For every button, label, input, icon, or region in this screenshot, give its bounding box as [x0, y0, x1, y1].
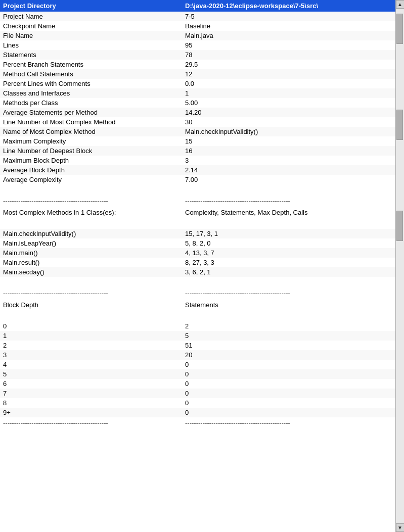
depth-statements: 0 — [182, 360, 395, 369]
table-row: Average Complexity 7.00 — [0, 175, 395, 184]
method-name: Main.main() — [0, 248, 182, 258]
row-label: Percent Lines with Comments — [0, 79, 182, 88]
empty-row — [0, 184, 395, 195]
scrollbar-right[interactable]: ▲ ▼ — [395, 0, 404, 532]
row-label: Maximum Complexity — [0, 136, 182, 146]
method-value: 5, 8, 2, 0 — [182, 238, 395, 248]
depth-label: 0 — [0, 321, 182, 331]
method-name: Main.result() — [0, 258, 182, 267]
row-label: Statements — [0, 50, 182, 60]
table-row: Methods per Class 5.00 — [0, 98, 395, 108]
row-value: 0.0 — [182, 79, 395, 88]
row-value: 1 — [182, 88, 395, 98]
section1-value: Complexity, Statements, Max Depth, Calls — [182, 207, 395, 218]
separator-value-1: ----------------------------------------… — [182, 195, 395, 207]
section2-value: Statements — [182, 299, 395, 311]
method-value: 8, 27, 3, 3 — [182, 258, 395, 267]
row-label: Maximum Block Depth — [0, 156, 182, 165]
table-row: Method Call Statements 12 — [0, 69, 395, 79]
depth-statements: 51 — [182, 341, 395, 350]
scroll-track[interactable] — [396, 9, 404, 523]
table-row: Line Number of Most Complex Method 30 — [0, 117, 395, 127]
depth-statements: 2 — [182, 321, 395, 331]
row-value: 29.5 — [182, 60, 395, 69]
method-name: Main.secday() — [0, 267, 182, 277]
content-area: Project Directory D:\java-2020-12\eclips… — [0, 0, 395, 532]
depth-label: 6 — [0, 379, 182, 389]
row-label: Line Number of Deepest Block — [0, 146, 182, 156]
table-row: Average Statements per Method 14.20 — [0, 108, 395, 117]
row-label: Average Complexity — [0, 175, 182, 184]
method-value: 3, 6, 2, 1 — [182, 267, 395, 277]
depth-statements: 20 — [182, 350, 395, 360]
row-label: Average Block Depth — [0, 165, 182, 175]
row-value: 7.00 — [182, 175, 395, 184]
method-row: Main.secday() 3, 6, 2, 1 — [0, 267, 395, 277]
table-row: Maximum Complexity 15 — [0, 136, 395, 146]
depth-statements: 0 — [182, 379, 395, 389]
section1-label: Most Complex Methods in 1 Class(es): — [0, 207, 182, 218]
table-row: Percent Lines with Comments 0.0 — [0, 79, 395, 88]
separator-row-2: ----------------------------------------… — [0, 287, 395, 299]
table-row: Statements 78 — [0, 50, 395, 60]
row-value: 14.20 — [182, 108, 395, 117]
depth-label: 1 — [0, 331, 182, 341]
header-row: Project Directory D:\java-2020-12\eclips… — [0, 0, 395, 12]
depth-row: 0 2 — [0, 321, 395, 331]
table-row: Line Number of Deepest Block 16 — [0, 146, 395, 156]
row-value: 16 — [182, 146, 395, 156]
header-value: D:\java-2020-12\eclipse-workspace\7-5\sr… — [182, 0, 395, 12]
table-row: Lines 95 — [0, 40, 395, 50]
depth-statements: 0 — [182, 398, 395, 408]
depth-row: 2 51 — [0, 341, 395, 350]
depth-label: 3 — [0, 350, 182, 360]
row-value: 15 — [182, 136, 395, 146]
separator-row-3: ----------------------------------------… — [0, 417, 395, 429]
separator-label-1: ----------------------------------------… — [0, 195, 182, 207]
row-label: Project Name — [0, 12, 182, 21]
method-row: Main.main() 4, 13, 3, 7 — [0, 248, 395, 258]
separator-value-3: ----------------------------------------… — [182, 417, 395, 429]
main-container: Project Directory D:\java-2020-12\eclips… — [0, 0, 404, 532]
empty-row — [0, 277, 395, 287]
row-label: Lines — [0, 40, 182, 50]
row-value: 3 — [182, 156, 395, 165]
separator-label-3: ----------------------------------------… — [0, 417, 182, 429]
row-label: Method Call Statements — [0, 69, 182, 79]
scroll-thumb-2[interactable] — [396, 110, 403, 140]
row-value: 12 — [182, 69, 395, 79]
depth-row: 9+ 0 — [0, 408, 395, 417]
method-row: Main.result() 8, 27, 3, 3 — [0, 258, 395, 267]
scroll-thumb-1[interactable] — [396, 14, 403, 44]
row-value: 2.14 — [182, 165, 395, 175]
depth-label: 8 — [0, 398, 182, 408]
row-label: File Name — [0, 31, 182, 40]
depth-statements: 0 — [182, 369, 395, 379]
depth-label: 9+ — [0, 408, 182, 417]
method-value: 4, 13, 3, 7 — [182, 248, 395, 258]
separator-row-1: ----------------------------------------… — [0, 195, 395, 207]
row-label: Percent Branch Statements — [0, 60, 182, 69]
table-row: File Name Main.java — [0, 31, 395, 40]
row-label: Methods per Class — [0, 98, 182, 108]
depth-row: 1 5 — [0, 331, 395, 341]
scroll-down-arrow[interactable]: ▼ — [396, 523, 405, 532]
method-value: 15, 17, 3, 1 — [182, 229, 395, 238]
depth-row: 8 0 — [0, 398, 395, 408]
scroll-up-arrow[interactable]: ▲ — [396, 0, 405, 9]
separator-label-2: ----------------------------------------… — [0, 287, 182, 299]
separator-value-2: ----------------------------------------… — [182, 287, 395, 299]
table-row: Percent Branch Statements 29.5 — [0, 60, 395, 69]
row-value: Main.java — [182, 31, 395, 40]
depth-statements: 5 — [182, 331, 395, 341]
table-row: Maximum Block Depth 3 — [0, 156, 395, 165]
row-label: Checkpoint Name — [0, 21, 182, 31]
scroll-thumb-3[interactable] — [396, 211, 403, 241]
method-row: Main.isLeapYear() 5, 8, 2, 0 — [0, 238, 395, 248]
depth-statements: 0 — [182, 389, 395, 398]
method-name: Main.isLeapYear() — [0, 238, 182, 248]
row-label: Average Statements per Method — [0, 108, 182, 117]
table-row: Name of Most Complex Method Main.checkIn… — [0, 127, 395, 136]
depth-row: 3 20 — [0, 350, 395, 360]
row-value: 95 — [182, 40, 395, 50]
